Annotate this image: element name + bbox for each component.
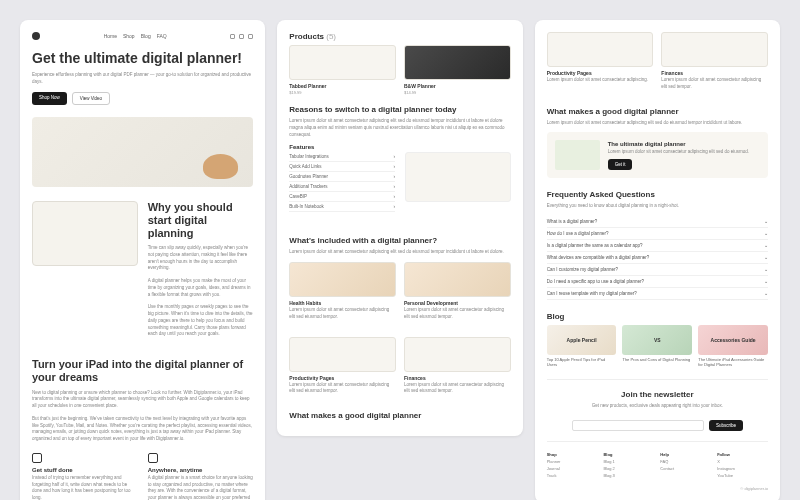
chevron-down-icon: ⌄ (764, 279, 768, 284)
faq-item[interactable]: Can I reuse template with my digital pla… (547, 288, 768, 300)
chevron-down-icon: ⌄ (764, 267, 768, 272)
blog-card[interactable]: VS The Pros and Cons of Digital Planning (622, 325, 692, 367)
faq-item[interactable]: What devices are compatible with a digit… (547, 252, 768, 264)
feature-list: Tabular Integrations› Quick Add Links› G… (289, 152, 395, 212)
faq-item[interactable]: Can I customize my digital planner?⌄ (547, 264, 768, 276)
user-icon[interactable] (248, 34, 253, 39)
newsletter-desc: Get new products, exclusive deals appear… (547, 403, 768, 410)
top-card-title: Finances (661, 70, 768, 76)
footer-head: Shop (547, 452, 598, 457)
included-row-1: Health Habits Lorem ipsum dolor sit amet… (289, 262, 510, 327)
included-row-2: Productivity Pages Lorem ipsum dolor sit… (289, 337, 510, 402)
footer-link[interactable]: FAQ (660, 459, 711, 464)
faq-item[interactable]: How do I use a digital planner?⌄ (547, 228, 768, 240)
feat-desc: Instead of trying to remember everything… (32, 475, 138, 500)
included-card-desc: Lorem ipsum dolor sit amet consectetur a… (289, 307, 396, 321)
checklist-icon (32, 453, 42, 463)
feat-get-stuff-done: Get stuff done Instead of trying to reme… (32, 453, 138, 500)
top-card-image (661, 32, 768, 67)
included-title: What's included with a digital planner? (289, 236, 510, 245)
footer-link[interactable]: Journal (547, 466, 598, 471)
footer-link[interactable]: Instagram (717, 466, 768, 471)
footer-link[interactable]: Blog 3 (603, 473, 654, 478)
products-heading: Products (5) (289, 32, 510, 41)
feat-desc: A digital planner is a smart choice for … (148, 475, 254, 500)
nav: Home Shop Blog FAQ (32, 32, 253, 40)
included-card-desc: Lorem ipsum dolor sit amet consectetur a… (404, 382, 511, 396)
good-title-2: What makes a good digital planner (547, 107, 768, 116)
callout-title: The ultimate digital planner (608, 141, 749, 147)
feature-row: Additional Trackers› (289, 182, 395, 192)
why-p3: Use the monthly pages or weekly pages to… (148, 304, 254, 338)
chevron-down-icon: ⌄ (764, 255, 768, 260)
callout-button[interactable]: Get it (608, 159, 633, 170)
included-card: Personal Development Lorem ipsum dolor s… (404, 262, 511, 327)
callout-desc: Lorem ipsum dolor sit amet consectetur a… (608, 149, 749, 156)
search-icon[interactable] (230, 34, 235, 39)
feature-row: Goodnotes Planner› (289, 172, 395, 182)
faq-item[interactable]: Is a digital planner the same as a calen… (547, 240, 768, 252)
view-video-button[interactable]: View Video (72, 92, 110, 105)
feature-row: CaveBIP› (289, 192, 395, 202)
panel-1: Home Shop Blog FAQ Get the ultimate digi… (20, 20, 265, 500)
newsletter-input[interactable] (572, 420, 705, 431)
footer-link[interactable]: Blog 1 (603, 459, 654, 464)
product-title: B&W Planner (404, 83, 511, 89)
panel-2: Products (5) Tabbed Planner $19.99 B&W P… (277, 20, 522, 436)
why-p2: A digital planner helps you make the mos… (148, 278, 254, 298)
included-image (404, 262, 511, 297)
blog-card-title: Top 10 Apple Pencil Tips for iPad Users (547, 357, 617, 367)
nav-link-blog[interactable]: Blog (141, 33, 151, 39)
product-card[interactable]: Tabbed Planner $19.99 (289, 45, 396, 95)
top-card: Productivity Pages Lorem ipsum dolor sit… (547, 32, 654, 97)
blog-title: Blog (547, 312, 768, 321)
footer-link[interactable]: Blog 2 (603, 466, 654, 471)
footer-link[interactable]: YouTube (717, 473, 768, 478)
footer-link[interactable]: Track (547, 473, 598, 478)
footer-link[interactable]: X (717, 459, 768, 464)
footer-col: Shop Planner Journal Track (547, 452, 598, 480)
included-card-title: Productivity Pages (289, 375, 396, 381)
chevron-down-icon: ⌄ (764, 231, 768, 236)
blog-card[interactable]: Accessories Guide The Ultimate iPad Acce… (698, 325, 768, 367)
footer: Shop Planner Journal Track Blog Blog 1 B… (547, 452, 768, 480)
cart-icon[interactable] (239, 34, 244, 39)
hero-title: Get the ultimate digital planner! (32, 50, 253, 66)
subscribe-button[interactable]: Subscribe (709, 420, 743, 431)
product-price: $14.99 (404, 90, 511, 95)
product-card[interactable]: B&W Planner $14.99 (404, 45, 511, 95)
footer-head: Blog (603, 452, 654, 457)
panel-3: Productivity Pages Lorem ipsum dolor sit… (535, 20, 780, 500)
footer-col: Blog Blog 1 Blog 2 Blog 3 (603, 452, 654, 480)
footer-link[interactable]: Contact (660, 466, 711, 471)
faq-title: Frequently Asked Questions (547, 190, 768, 199)
footer-col: Help FAQ Contact (660, 452, 711, 480)
top-card-desc: Lorem ipsum dolor sit amet consectetur a… (547, 77, 654, 84)
newsletter-title: Join the newsletter (547, 390, 768, 399)
logo[interactable] (32, 32, 40, 40)
feat-title: Anywhere, anytime (148, 467, 254, 473)
hero-sub: Experience effortless planning with our … (32, 72, 253, 86)
footer-col: Follow X Instagram YouTube (717, 452, 768, 480)
faq-item[interactable]: What is a digital planner?⌄ (547, 216, 768, 228)
hero-image (32, 117, 253, 187)
footer-link[interactable]: Planner (547, 459, 598, 464)
included-card-title: Health Habits (289, 300, 396, 306)
copyright: © digiplanner.io (547, 486, 768, 491)
faq-item[interactable]: Do I need a specific app to use a digita… (547, 276, 768, 288)
blog-card-title: The Ultimate iPad Accessories Guide for … (698, 357, 768, 367)
nav-icons (230, 34, 253, 39)
blog-image: VS (622, 325, 692, 355)
ipad-p1: New to digital planning or unsure which … (32, 390, 253, 410)
callout-image (555, 140, 600, 170)
nav-link-faq[interactable]: FAQ (157, 33, 167, 39)
nav-link-shop[interactable]: Shop (123, 33, 135, 39)
included-card: Finances Lorem ipsum dolor sit amet cons… (404, 337, 511, 402)
blog-card[interactable]: Apple Pencil Top 10 Apple Pencil Tips fo… (547, 325, 617, 367)
top-card-title: Productivity Pages (547, 70, 654, 76)
included-image (404, 337, 511, 372)
nav-link-home[interactable]: Home (104, 33, 117, 39)
shop-now-button[interactable]: Shop Now (32, 92, 67, 105)
included-image (289, 337, 396, 372)
included-card: Health Habits Lorem ipsum dolor sit amet… (289, 262, 396, 327)
